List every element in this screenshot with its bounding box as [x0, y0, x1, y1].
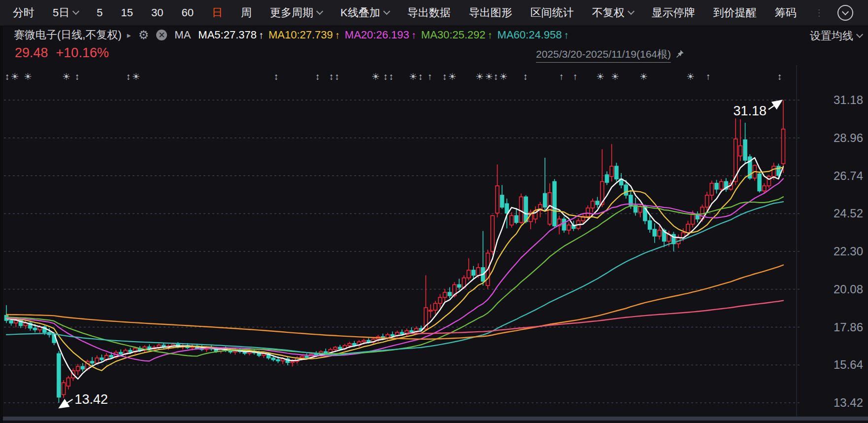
svg-text:☀: ☀ [611, 71, 620, 82]
svg-text:↕↕: ↕↕ [383, 71, 395, 82]
svg-text:20.08: 20.08 [834, 282, 863, 296]
svg-text:↕☀: ↕☀ [442, 71, 458, 82]
svg-text:↑: ↑ [559, 71, 565, 82]
legend-row: 赛微电子(日线,不复权) ▸ ⚙ ✕ MA MA5:27.378↑MA10:27… [14, 28, 568, 42]
svg-text:☀: ☀ [24, 71, 33, 82]
expand-triangle-icon[interactable]: ▸ [127, 31, 131, 40]
svg-text:↑: ↑ [573, 71, 579, 82]
ma-legend-item: MA60:24.958↑ [498, 29, 569, 41]
price-readout: 29.48 +10.16% [15, 45, 109, 61]
stock-title[interactable]: 赛微电子(日线,不复权) [14, 28, 122, 42]
svg-text:28.96: 28.96 [834, 131, 863, 144]
pin-icon[interactable] [674, 49, 685, 62]
toolbar-item-K线叠加[interactable]: K线叠加 [340, 5, 389, 20]
toolbar-icons: ⋮ [815, 4, 868, 21]
ma-legend-item: MA10:27.739↑ [268, 29, 340, 41]
svg-text:☀: ☀ [371, 71, 381, 82]
toolbar-item-15[interactable]: 15 [121, 6, 133, 19]
svg-text:22.30: 22.30 [834, 245, 863, 258]
date-range-wrap: 2025/3/20-2025/11/19(164根) [536, 47, 685, 63]
svg-text:17.86: 17.86 [834, 320, 863, 334]
svg-text:↕↕: ↕↕ [329, 71, 340, 82]
svg-text:☀: ☀ [62, 71, 71, 82]
kline-chart[interactable]: 31.1828.9626.7424.5222.3020.0817.8615.64… [0, 0, 868, 423]
toolbar: 分时5日5153060日周更多周期K线叠加导出数据导出图形区间统计不复权显示停牌… [0, 0, 868, 26]
toolbar-item-更多周期[interactable]: 更多周期 [270, 5, 322, 20]
indicator-close-icon[interactable]: ✕ [156, 30, 167, 40]
svg-text:31.18: 31.18 [834, 93, 863, 106]
toolbar-item-30[interactable]: 30 [151, 6, 163, 19]
toolbar-item-不复权[interactable]: 不复权 [592, 5, 634, 20]
svg-text:↕: ↕ [315, 71, 321, 82]
svg-text:↕: ↕ [75, 71, 81, 82]
svg-text:26.74: 26.74 [834, 169, 863, 182]
date-range-link[interactable]: 2025/3/20-2025/11/19(164根) [536, 47, 671, 63]
toolbar-item-60[interactable]: 60 [181, 6, 193, 19]
svg-text:↕: ↕ [777, 71, 783, 82]
svg-text:☀↕: ☀↕ [409, 71, 424, 82]
svg-text:24.52: 24.52 [834, 207, 863, 220]
collapse-toolbar-icon[interactable] [837, 5, 853, 21]
last-price: 29.48 [15, 45, 48, 61]
svg-text:☀: ☀ [686, 71, 696, 82]
svg-text:↕☀: ↕☀ [126, 71, 141, 82]
svg-text:↕: ↕ [523, 71, 529, 82]
svg-text:15.64: 15.64 [834, 358, 863, 371]
ma-legend-item: MA20:26.193↑ [345, 29, 416, 41]
svg-text:↕: ↕ [274, 71, 280, 82]
svg-text:↕☀: ↕☀ [494, 71, 509, 82]
ma-legend-item: MA5:27.378↑ [198, 29, 264, 41]
toolbar-item-5日[interactable]: 5日 [53, 5, 78, 20]
toolbar-item-导出数据[interactable]: 导出数据 [407, 5, 451, 20]
svg-text:13.42: 13.42 [834, 396, 863, 409]
indicator-name: MA [174, 29, 191, 41]
indicator-settings-gear-icon[interactable]: ⚙ [138, 28, 149, 42]
svg-text:☀: ☀ [596, 71, 605, 82]
toolbar-item-5[interactable]: 5 [97, 6, 102, 19]
toolbar-item-到价提醒[interactable]: 到价提醒 [713, 5, 757, 20]
toolbar-items: 分时5日5153060日周更多周期K线叠加导出数据导出图形区间统计不复权显示停牌… [13, 5, 797, 20]
change-percent: +10.16% [56, 45, 109, 61]
toolbar-item-导出图形[interactable]: 导出图形 [469, 5, 512, 20]
svg-text:☀: ☀ [639, 71, 649, 82]
toolbar-item-筹码[interactable]: 筹码 [775, 5, 797, 20]
toolbar-item-日[interactable]: 日 [212, 5, 223, 20]
toolbar-item-分时[interactable]: 分时 [13, 5, 34, 20]
drag-handle-icon[interactable]: ⋮ [815, 7, 824, 18]
svg-text:13.42: 13.42 [74, 392, 108, 407]
ma-legend: MA5:27.378↑MA10:27.739↑MA20:26.193↑MA30:… [198, 29, 568, 41]
svg-text:↑: ↑ [428, 71, 434, 82]
svg-text:↑: ↑ [706, 71, 712, 82]
svg-text:☀☀: ☀☀ [475, 71, 494, 82]
ma-settings-button[interactable]: 设置均线 [810, 29, 862, 43]
left-edge [0, 26, 3, 423]
toolbar-item-周[interactable]: 周 [241, 5, 252, 20]
toolbar-item-区间统计[interactable]: 区间统计 [531, 5, 574, 20]
bottom-scrollbar[interactable] [0, 417, 868, 421]
svg-text:↕☀: ↕☀ [5, 71, 20, 82]
svg-text:31.18: 31.18 [733, 104, 767, 118]
toolbar-item-显示停牌[interactable]: 显示停牌 [652, 5, 695, 20]
ma-legend-item: MA30:25.292↑ [421, 29, 493, 41]
